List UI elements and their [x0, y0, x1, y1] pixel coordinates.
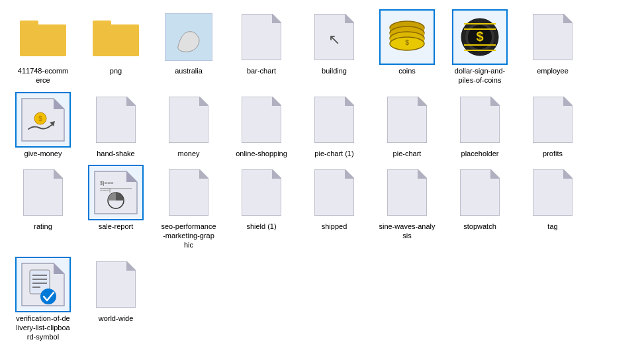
- icon-wrap-online-shopping: [235, 93, 288, 146]
- svg-rect-5: [93, 24, 139, 56]
- file-item-coins[interactable]: $ coins: [371, 7, 443, 79]
- file-item-online-shopping[interactable]: online-shopping: [225, 89, 298, 162]
- file-label-tag: tag: [547, 222, 557, 231]
- file-item-seo-performance-marketing-graphic[interactable]: seo-performance -marketing-grap hic: [152, 162, 225, 254]
- icon-wrap-employee: [526, 11, 579, 64]
- file-label-hand-shake: hand-shake: [97, 149, 135, 158]
- file-label-australia: australia: [175, 66, 203, 75]
- icon-wrap-png: [89, 11, 142, 64]
- file-item-dollar-sign-and-piles-of-coins[interactable]: $ dollar-sign-and- piles-of-coins: [443, 7, 516, 89]
- icon-wrap-shipped: [308, 166, 361, 219]
- svg-marker-57: [199, 169, 208, 179]
- icon-wrap-bar-chart: [235, 11, 288, 64]
- svg-text:$: $: [38, 115, 42, 122]
- svg-marker-51: [126, 171, 137, 182]
- file-label-money: money: [177, 149, 199, 158]
- icon-wrap-sale-report: $|=== ===|: [89, 166, 142, 219]
- icon-wrap-australia: [162, 11, 215, 64]
- file-label-shipped: shipped: [322, 222, 347, 231]
- svg-text:$|===: $|===: [100, 180, 114, 186]
- svg-rect-2: [20, 24, 66, 56]
- file-label-profits: profits: [543, 149, 563, 158]
- svg-marker-77: [126, 261, 136, 271]
- file-item-money[interactable]: money: [152, 89, 225, 162]
- icon-wrap-dollar-sign-and-piles-of-coins: $: [453, 11, 506, 64]
- icon-wrap-pie-chart-1: [308, 93, 361, 146]
- icon-wrap-give-money: $: [17, 93, 69, 146]
- file-label-building: building: [322, 66, 347, 75]
- file-item-employee[interactable]: employee: [516, 7, 589, 79]
- icon-wrap-building: ↖: [308, 11, 361, 64]
- file-item-stopwatch[interactable]: stopwatch: [443, 162, 516, 235]
- file-item-png[interactable]: png: [79, 7, 152, 79]
- icon-wrap-hand-shake: [89, 93, 142, 146]
- svg-point-75: [40, 289, 56, 304]
- file-label-coins: coins: [398, 66, 416, 75]
- icon-wrap-rating: [17, 166, 69, 219]
- icon-wrap-placeholder: [453, 93, 506, 146]
- file-item-placeholder[interactable]: placeholder: [443, 89, 516, 162]
- icon-wrap-money: [162, 93, 215, 146]
- svg-text:↖: ↖: [328, 31, 340, 48]
- file-item-tag[interactable]: tag: [516, 162, 589, 235]
- file-label-verification-of-delivery-list-clipboard-symbol: verification-of-de livery-list-clipboa r…: [16, 314, 69, 342]
- file-item-shield-1[interactable]: shield (1): [225, 162, 298, 235]
- icon-wrap-pie-chart: [381, 93, 434, 146]
- file-label-rating: rating: [34, 222, 52, 231]
- svg-text:$: $: [405, 39, 409, 46]
- svg-marker-37: [199, 97, 208, 106]
- file-item-sine-waves-analysis[interactable]: sine-waves-analy sis: [371, 162, 443, 245]
- file-label-stopwatch: stopwatch: [463, 222, 496, 231]
- svg-marker-39: [272, 97, 281, 106]
- icon-wrap-411748-ecommerce: [17, 11, 69, 64]
- icon-wrap-tag: [526, 166, 579, 219]
- icon-wrap-coins: $: [381, 11, 434, 64]
- file-label-sine-waves-analysis: sine-waves-analy sis: [379, 222, 436, 241]
- file-label-employee: employee: [537, 66, 569, 75]
- file-item-verification-of-delivery-list-clipboard-symbol[interactable]: verification-of-de livery-list-clipboa r…: [7, 254, 79, 346]
- file-item-sale-report[interactable]: $|=== ===| sale-report: [79, 162, 152, 235]
- file-item-rating[interactable]: rating: [7, 162, 79, 235]
- file-item-world-wide[interactable]: world-wide: [79, 254, 152, 327]
- svg-marker-35: [126, 97, 136, 106]
- file-item-pie-chart-1[interactable]: pie-chart (1): [298, 89, 371, 162]
- icon-wrap-shield-1: [235, 166, 288, 219]
- icon-wrap-stopwatch: [453, 166, 506, 219]
- file-label-png: png: [110, 66, 122, 75]
- icon-wrap-seo-performance-marketing-graphic: [162, 166, 215, 219]
- file-item-bar-chart[interactable]: bar-chart: [225, 7, 298, 79]
- icon-wrap-profits: [526, 93, 579, 146]
- file-label-seo-performance-marketing-graphic: seo-performance -marketing-grap hic: [161, 222, 216, 250]
- file-label-pie-chart: pie-chart: [393, 149, 422, 158]
- file-label-bar-chart: bar-chart: [247, 66, 276, 75]
- file-item-pie-chart[interactable]: pie-chart: [371, 89, 443, 162]
- file-label-pie-chart-1: pie-chart (1): [314, 149, 353, 158]
- file-item-australia[interactable]: australia: [152, 7, 225, 79]
- svg-text:$: $: [476, 29, 483, 44]
- file-label-dollar-sign-and-piles-of-coins: dollar-sign-and- piles-of-coins: [455, 66, 505, 85]
- file-item-shipped[interactable]: shipped: [298, 162, 371, 235]
- file-label-shield-1: shield (1): [246, 222, 276, 231]
- file-grid: 411748-ecomm erce png australia bar-char…: [7, 7, 637, 346]
- file-label-411748-ecommerce: 411748-ecomm erce: [18, 66, 68, 85]
- file-label-placeholder: placeholder: [461, 149, 499, 158]
- file-label-online-shopping: online-shopping: [236, 149, 287, 158]
- svg-marker-59: [272, 169, 281, 179]
- file-label-sale-report: sale-report: [99, 222, 134, 231]
- icon-wrap-verification-of-delivery-list-clipboard-symbol: [17, 258, 69, 311]
- file-label-world-wide: world-wide: [99, 314, 134, 323]
- file-label-give-money: give-money: [24, 149, 62, 158]
- icon-wrap-world-wide: [89, 258, 142, 311]
- file-item-building[interactable]: ↖ building: [298, 7, 371, 79]
- icon-wrap-sine-waves-analysis: [381, 166, 434, 219]
- svg-text:===|: ===|: [100, 187, 111, 193]
- file-item-give-money[interactable]: $ give-money: [7, 89, 79, 162]
- file-item-profits[interactable]: profits: [516, 89, 589, 162]
- file-item-411748-ecommerce[interactable]: 411748-ecomm erce: [7, 7, 79, 89]
- file-item-hand-shake[interactable]: hand-shake: [79, 89, 152, 162]
